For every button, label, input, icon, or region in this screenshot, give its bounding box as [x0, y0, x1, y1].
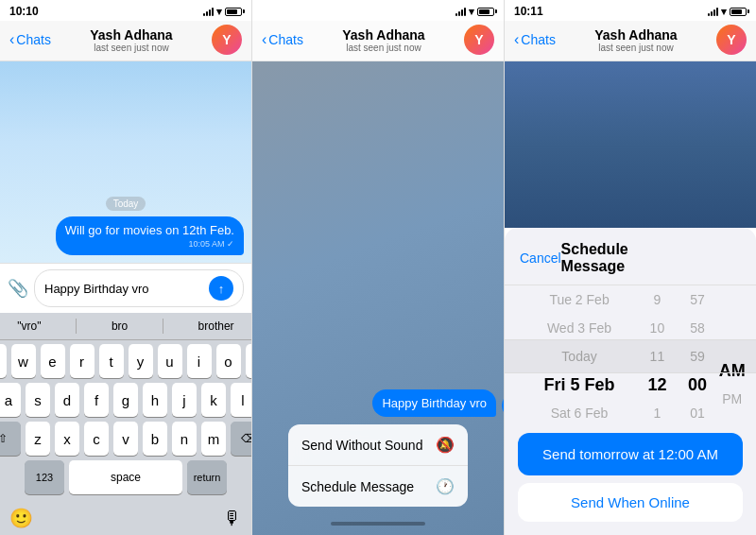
- keyboard: q w e r t y u i o p a s d f g h j k l ⇧ …: [0, 340, 251, 503]
- contact-status-3: last seen just now: [598, 43, 674, 53]
- home-indicator-2: [331, 522, 425, 526]
- picker-hour-1: 1: [637, 399, 678, 427]
- key-v[interactable]: v: [113, 422, 138, 456]
- battery-icon: [225, 8, 242, 16]
- dark-chat-bg: [505, 61, 756, 228]
- key-e[interactable]: e: [41, 344, 65, 378]
- message-input-1[interactable]: Happy Birthday vro ↑: [34, 269, 244, 307]
- contact-name-3: Yash Adhana: [594, 27, 677, 43]
- key-n[interactable]: n: [172, 422, 197, 456]
- picker-hour-10: 10: [637, 314, 678, 342]
- sheet-title: Schedule Message: [561, 241, 695, 275]
- context-send-without-sound[interactable]: Send Without Sound 🔕: [288, 424, 468, 466]
- blurred-chat-bg: Happy Birthday vro ↑ Send Without Sound …: [252, 61, 504, 535]
- context-message-area: Happy Birthday vro ↑ Send Without Sound …: [260, 389, 496, 507]
- contact-name-1: Yash Adhana: [90, 27, 172, 43]
- key-b[interactable]: b: [143, 422, 167, 456]
- key-t[interactable]: t: [99, 344, 124, 378]
- key-y[interactable]: y: [129, 344, 153, 378]
- message-time-1: 10:05 AM ✓: [65, 239, 234, 249]
- mute-icon: 🔕: [436, 436, 455, 454]
- key-m[interactable]: m: [201, 422, 226, 456]
- panel-chat-keyboard: 10:10 ▾ ‹ Chats Yash Adhana last seen ju…: [0, 0, 252, 535]
- picker-pm: PM: [717, 385, 747, 413]
- date-time-picker[interactable]: Tue 2 Feb Wed 3 Feb Today Fri 5 Feb Sat …: [505, 285, 756, 427]
- back-button-3[interactable]: ‹ Chats: [514, 32, 556, 47]
- key-j[interactable]: j: [172, 383, 197, 417]
- mic-icon[interactable]: 🎙: [223, 508, 242, 529]
- back-button-2[interactable]: ‹ Chats: [262, 32, 303, 47]
- key-o[interactable]: o: [216, 344, 241, 378]
- status-bar-3: 10:11 ▾: [505, 0, 756, 21]
- pred-item-1[interactable]: "vro": [17, 319, 41, 333]
- contact-status-1: last seen just now: [94, 43, 169, 53]
- send-tomorrow-button[interactable]: Send tomorrow at 12:00 AM: [518, 433, 743, 475]
- key-d[interactable]: d: [55, 383, 79, 417]
- nav-center-2: Yash Adhana last seen just now: [303, 27, 464, 53]
- key-x[interactable]: x: [55, 422, 79, 456]
- key-s[interactable]: s: [26, 383, 50, 417]
- key-g[interactable]: g: [113, 383, 138, 417]
- key-z[interactable]: z: [26, 422, 50, 456]
- key-q[interactable]: q: [0, 344, 7, 378]
- panel-context-menu: ▾ ‹ Chats Yash Adhana last seen just now…: [252, 0, 505, 535]
- attach-icon[interactable]: 📎: [8, 278, 28, 299]
- sheet-header: Cancel Schedule Message: [505, 228, 756, 285]
- schedule-sheet: Cancel Schedule Message Tue 2 Feb Wed 3 …: [505, 228, 756, 535]
- key-space[interactable]: space: [69, 460, 182, 494]
- battery-icon-2: [477, 8, 494, 16]
- back-label-3: Chats: [521, 32, 556, 47]
- key-return[interactable]: return: [187, 460, 227, 494]
- picker-min-01: 01: [678, 399, 718, 427]
- avatar-3[interactable]: Y: [716, 25, 747, 55]
- wifi-icon-3: ▾: [721, 6, 727, 18]
- wifi-icon-2: ▾: [469, 6, 474, 18]
- clock-icon: 🕐: [436, 477, 455, 495]
- key-c[interactable]: c: [84, 422, 109, 456]
- key-h[interactable]: h: [143, 383, 167, 417]
- picker-day-sat: Sat 6 Feb: [522, 399, 637, 427]
- key-backspace[interactable]: ⌫: [231, 422, 252, 456]
- picker-min-00: 00: [678, 371, 718, 399]
- signal-icon: [203, 7, 214, 16]
- status-icons-3: ▾: [708, 6, 747, 18]
- picker-hour-9: 9: [637, 285, 678, 314]
- back-label-1: Chats: [16, 32, 51, 47]
- pred-item-2[interactable]: bro: [112, 319, 128, 333]
- keyboard-row-1: q w e r t y u i o p: [2, 344, 249, 378]
- date-label: Today: [8, 194, 244, 211]
- status-icons-2: ▾: [455, 6, 494, 18]
- battery-icon-3: [730, 8, 747, 16]
- back-button-1[interactable]: ‹ Chats: [9, 32, 51, 47]
- send-button-1[interactable]: ↑: [209, 276, 233, 301]
- key-p[interactable]: p: [246, 344, 253, 378]
- context-schedule-message[interactable]: Schedule Message 🕐: [288, 466, 468, 507]
- message-bubble-2: Happy Birthday vro ↑: [372, 389, 496, 417]
- key-k[interactable]: k: [201, 383, 226, 417]
- key-f[interactable]: f: [84, 383, 109, 417]
- panel-schedule: 10:11 ▾ ‹ Chats Yash Adhana last seen ju…: [505, 0, 756, 535]
- context-menu: Send Without Sound 🔕 Schedule Message 🕐: [288, 424, 468, 507]
- key-w[interactable]: w: [11, 344, 36, 378]
- contact-status-2: last seen just now: [346, 43, 421, 53]
- wifi-icon: ▾: [216, 6, 222, 18]
- keyboard-bottom-bar: 🙂 🎙: [0, 503, 251, 535]
- cancel-button[interactable]: Cancel: [520, 250, 561, 266]
- avatar-2[interactable]: Y: [464, 25, 494, 55]
- keyboard-row-3: ⇧ z x c v b n m ⌫: [2, 422, 249, 456]
- send-when-online-button[interactable]: Send When Online: [518, 483, 743, 522]
- picker-day-wed: Wed 3 Feb: [522, 314, 637, 342]
- emoji-icon[interactable]: 🙂: [9, 507, 33, 529]
- key-r[interactable]: r: [70, 344, 94, 378]
- pred-item-3[interactable]: brother: [198, 319, 234, 333]
- key-123[interactable]: 123: [25, 460, 64, 494]
- key-i[interactable]: i: [187, 344, 212, 378]
- signal-icon-2: [455, 7, 466, 16]
- keyboard-row-2: a s d f g h j k l: [2, 383, 249, 417]
- avatar-1[interactable]: Y: [212, 25, 242, 55]
- key-l[interactable]: l: [231, 383, 252, 417]
- picker-day-fri: Fri 5 Feb: [522, 371, 637, 399]
- key-shift[interactable]: ⇧: [0, 422, 21, 456]
- key-a[interactable]: a: [0, 383, 21, 417]
- key-u[interactable]: u: [158, 344, 182, 378]
